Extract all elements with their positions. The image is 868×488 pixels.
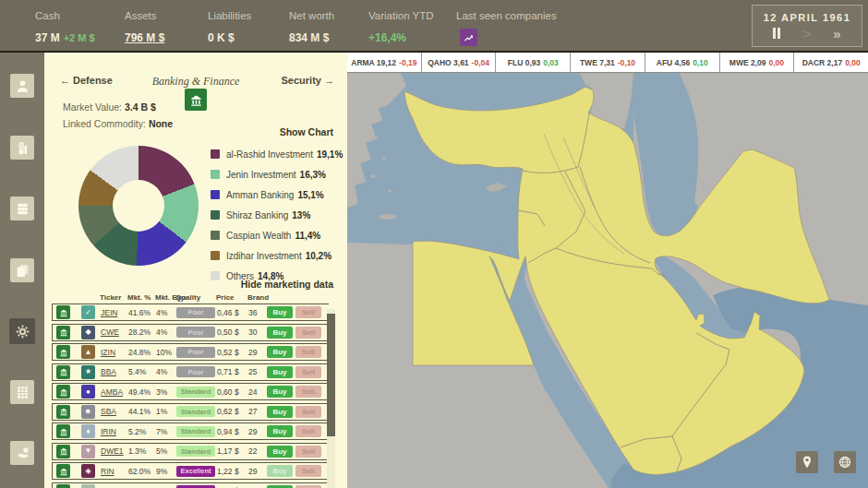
ticker-link[interactable]: DWE1: [101, 446, 128, 456]
company-logo-icon[interactable]: ▲: [81, 345, 95, 359]
bank-icon[interactable]: [56, 424, 70, 438]
quality-badge: Poor: [176, 307, 215, 318]
bank-icon[interactable]: [56, 305, 70, 319]
sell-button[interactable]: Sell: [295, 425, 321, 437]
legend-color-swatch: [211, 170, 220, 179]
stat: Variation YTD +16,4%: [368, 10, 456, 47]
ticker-link[interactable]: SBA: [101, 407, 128, 416]
column-header: Quality: [175, 293, 216, 302]
price: 0,71 $: [217, 367, 248, 376]
market-percent: 5.2%: [128, 427, 156, 436]
globe-icon[interactable]: [834, 451, 856, 473]
ticker-link[interactable]: BBA: [101, 367, 128, 376]
bank-icon[interactable]: [56, 484, 70, 488]
ticker-link[interactable]: AMBA: [101, 387, 128, 397]
quality-badge: Standard: [176, 426, 215, 437]
sidebar-item-trade[interactable]: [10, 441, 34, 465]
legend-item: Amman Banking 15,1%: [211, 184, 343, 205]
sell-button[interactable]: Sell: [295, 366, 321, 378]
sell-button[interactable]: Sell: [295, 346, 321, 358]
ticker-symbol-price: MWE 2,09: [729, 58, 766, 67]
company-logo-icon[interactable]: ■: [81, 405, 95, 419]
bank-icon[interactable]: [56, 365, 70, 379]
company-logo-icon[interactable]: ◆: [81, 326, 95, 339]
price: 0,62 $: [217, 407, 248, 416]
price: 1,17 $: [217, 446, 248, 456]
ticker-change: -0,10: [618, 58, 635, 67]
company-logo-icon[interactable]: ◈: [81, 464, 95, 478]
buy-button[interactable]: Buy: [267, 386, 293, 398]
stat: Net worth 834 M $: [289, 10, 368, 47]
bank-icon[interactable]: [56, 345, 70, 359]
company-logo-icon[interactable]: ●: [81, 385, 95, 399]
ticker-link[interactable]: RIN: [101, 467, 128, 476]
ticker-strip-cell[interactable]: AFU 4,56 0,10: [645, 53, 720, 72]
ticker-symbol-price: FLU 0,93: [508, 58, 540, 67]
middle-east-map[interactable]: [347, 73, 868, 488]
buy-button[interactable]: Buy: [267, 306, 293, 318]
sidebar-item-layers[interactable]: [10, 196, 34, 220]
brand: 25: [248, 367, 265, 376]
buy-button[interactable]: Buy: [267, 406, 293, 418]
company-logo-icon[interactable]: Ξ: [81, 484, 95, 488]
company-logo-icon[interactable]: ✓: [81, 305, 95, 319]
table-row: ♦ IRIN 5.2% 7% Standard 0,94 $ 29 Buy Se…: [52, 423, 329, 440]
table-row: ✓ JEIN 41.6% 4% Poor 0,46 $ 36 Buy Sell: [52, 304, 329, 321]
sidebar-item-person[interactable]: [10, 74, 34, 98]
buy-button[interactable]: Buy: [267, 465, 293, 477]
ticker-link[interactable]: IZIN: [101, 348, 128, 357]
map-region: ARMA 19,12 -0,19 QAHO 3,61 -0,04 FLU 0,9…: [347, 53, 868, 488]
company-logo-icon[interactable]: ♦: [81, 424, 95, 438]
play-button[interactable]: >: [802, 27, 811, 41]
sell-button[interactable]: Sell: [295, 327, 321, 339]
legend-label: Amman Banking: [226, 190, 294, 200]
sell-button[interactable]: Sell: [295, 465, 321, 477]
ticker-strip-cell[interactable]: MWE 2,09 0,00: [720, 53, 795, 72]
ticker-link[interactable]: JEIN: [101, 308, 128, 317]
pause-button[interactable]: [773, 28, 780, 39]
ticker-strip-cell[interactable]: DACR 2,17 0,00: [794, 53, 868, 72]
sell-button[interactable]: Sell: [295, 446, 321, 458]
bank-icon[interactable]: [56, 445, 70, 458]
ticker-link[interactable]: IRIN: [101, 427, 128, 436]
legend-percent: 10,2%: [306, 251, 332, 261]
bank-icon[interactable]: [56, 405, 70, 419]
next-sector-tab[interactable]: Security →: [282, 75, 334, 86]
fast-forward-button[interactable]: »: [833, 27, 840, 41]
ticker-link[interactable]: CWE: [101, 327, 128, 337]
buy-button[interactable]: Buy: [267, 485, 293, 488]
bank-icon[interactable]: [56, 464, 70, 478]
market-expansion: 10%: [156, 348, 176, 357]
price: 0,50 $: [217, 327, 248, 337]
buy-button[interactable]: Buy: [267, 425, 293, 437]
sidebar-item-building[interactable]: [10, 136, 34, 160]
legend-item: Izdihar Investment 10,2%: [211, 245, 343, 266]
ticker-strip-cell[interactable]: ARMA 19,12 -0,19: [347, 53, 422, 72]
date-widget: 12 APRIL 1961 > »: [752, 5, 862, 47]
sell-button[interactable]: Sell: [295, 306, 321, 318]
ticker-strip-cell[interactable]: TWE 7,31 -0,10: [571, 53, 645, 72]
buy-button[interactable]: Buy: [267, 327, 293, 339]
company-logo-icon[interactable]: ▼: [81, 445, 95, 458]
bank-icon[interactable]: [56, 326, 70, 339]
bank-icon[interactable]: [56, 385, 70, 399]
sidebar-item-grid-building[interactable]: [10, 380, 34, 404]
person-pin-icon[interactable]: [796, 451, 818, 473]
sell-button[interactable]: Sell: [295, 485, 321, 488]
company-logo-icon[interactable]: ★: [81, 365, 95, 379]
company-history-icon[interactable]: [460, 29, 477, 46]
sidebar-item-documents[interactable]: [10, 258, 34, 282]
ticker-strip-cell[interactable]: FLU 0,93 0,03: [496, 53, 571, 72]
show-chart-button[interactable]: Show Chart: [280, 126, 333, 137]
table-scrollbar-thumb[interactable]: [327, 314, 335, 436]
buy-button[interactable]: Buy: [267, 446, 293, 458]
hide-marketing-data-button[interactable]: Hide marketing data: [241, 279, 333, 290]
buy-button[interactable]: Buy: [267, 346, 293, 358]
buy-button[interactable]: Buy: [267, 366, 293, 378]
sell-button[interactable]: Sell: [295, 386, 321, 398]
ticker-strip-cell[interactable]: QAHO 3,61 -0,04: [422, 53, 497, 72]
sidebar-item-gear[interactable]: [9, 318, 35, 344]
sell-button[interactable]: Sell: [295, 406, 321, 418]
column-header: Mkt. Exp.: [155, 293, 175, 302]
bank-icon: [185, 89, 207, 111]
